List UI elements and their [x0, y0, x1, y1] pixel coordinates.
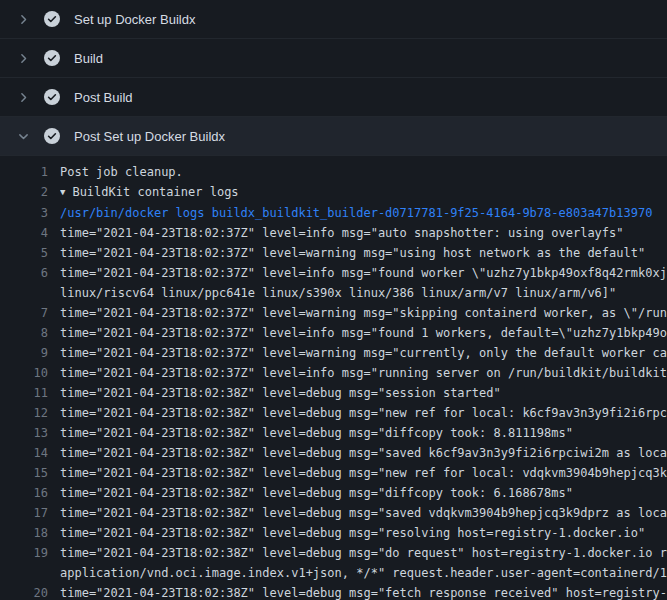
line-text: time="2021-04-23T18:02:37Z" level=info m…: [60, 263, 667, 283]
line-number[interactable]: 11: [0, 383, 48, 403]
actions-log-panel: Set up Docker Buildx Build P: [0, 0, 667, 600]
line-text: time="2021-04-23T18:02:38Z" level=debug …: [60, 483, 667, 503]
line-number[interactable]: 17: [0, 503, 48, 523]
step-header-1[interactable]: Build: [0, 39, 667, 78]
log-line: 5 time="2021-04-23T18:02:37Z" level=warn…: [0, 243, 667, 263]
log-group-caret-icon[interactable]: ▼: [60, 182, 65, 202]
line-number[interactable]: 2: [0, 182, 48, 203]
line-text: time="2021-04-23T18:02:38Z" level=debug …: [60, 503, 667, 523]
line-number[interactable]: 10: [0, 363, 48, 383]
step-header-2[interactable]: Post Build: [0, 78, 667, 117]
line-text: time="2021-04-23T18:02:37Z" level=warnin…: [60, 343, 667, 363]
step-title: Set up Docker Buildx: [74, 12, 195, 27]
log-line: 6 time="2021-04-23T18:02:37Z" level=info…: [0, 263, 667, 283]
line-number[interactable]: 1: [0, 162, 48, 182]
step-list: Set up Docker Buildx Build P: [0, 0, 667, 156]
line-number[interactable]: 6: [0, 263, 48, 283]
line-number[interactable]: 8: [0, 323, 48, 343]
check-circle-icon: [44, 128, 60, 144]
log-line: 13 time="2021-04-23T18:02:38Z" level=deb…: [0, 423, 667, 443]
line-text: time="2021-04-23T18:02:38Z" level=debug …: [60, 403, 667, 423]
line-number[interactable]: [0, 563, 48, 583]
line-text: time="2021-04-23T18:02:38Z" level=debug …: [60, 463, 667, 483]
log-line: 20 time="2021-04-23T18:02:38Z" level=deb…: [0, 583, 667, 600]
line-text: time="2021-04-23T18:02:38Z" level=debug …: [60, 523, 667, 543]
check-circle-icon: [44, 89, 60, 105]
line-text: time="2021-04-23T18:02:37Z" level=info m…: [60, 363, 667, 383]
log-line: 15 time="2021-04-23T18:02:38Z" level=deb…: [0, 463, 667, 483]
log-line: 12 time="2021-04-23T18:02:38Z" level=deb…: [0, 403, 667, 423]
line-number[interactable]: 20: [0, 583, 48, 600]
line-number[interactable]: 12: [0, 403, 48, 423]
step-title: Build: [74, 51, 103, 66]
line-text: ▼BuildKit container logs: [60, 182, 667, 203]
log-line: 14 time="2021-04-23T18:02:38Z" level=deb…: [0, 443, 667, 463]
log-line: 1 Post job cleanup.: [0, 162, 667, 182]
log-line: 3 /usr/bin/docker logs buildx_buildkit_b…: [0, 203, 667, 223]
chevron-icon[interactable]: [16, 51, 30, 65]
line-number[interactable]: 14: [0, 443, 48, 463]
chevron-icon[interactable]: [16, 90, 30, 104]
log-line: 7 time="2021-04-23T18:02:37Z" level=warn…: [0, 303, 667, 323]
chevron-icon[interactable]: [16, 129, 30, 143]
line-number[interactable]: 16: [0, 483, 48, 503]
line-text: time="2021-04-23T18:02:38Z" level=debug …: [60, 423, 667, 443]
step-log-output: 1 Post job cleanup. 2 ▼BuildKit containe…: [0, 156, 667, 600]
log-line: 17 time="2021-04-23T18:02:38Z" level=deb…: [0, 503, 667, 523]
log-line: application/vnd.oci.image.index.v1+json,…: [0, 563, 667, 583]
line-number[interactable]: 9: [0, 343, 48, 363]
line-text: linux/riscv64 linux/ppc641e linux/s390x …: [60, 283, 667, 303]
log-line: 4 time="2021-04-23T18:02:37Z" level=info…: [0, 223, 667, 243]
log-line: 2 ▼BuildKit container logs: [0, 182, 667, 203]
line-number[interactable]: 19: [0, 543, 48, 563]
line-text: time="2021-04-23T18:02:37Z" level=warnin…: [60, 303, 667, 323]
line-number[interactable]: 15: [0, 463, 48, 483]
line-number[interactable]: 7: [0, 303, 48, 323]
log-line: 8 time="2021-04-23T18:02:37Z" level=info…: [0, 323, 667, 343]
line-text: time="2021-04-23T18:02:38Z" level=debug …: [60, 443, 667, 463]
log-line: 16 time="2021-04-23T18:02:38Z" level=deb…: [0, 483, 667, 503]
line-text: time="2021-04-23T18:02:37Z" level=info m…: [60, 223, 667, 243]
log-line: 18 time="2021-04-23T18:02:38Z" level=deb…: [0, 523, 667, 543]
line-text: Post job cleanup.: [60, 162, 667, 182]
log-line: 19 time="2021-04-23T18:02:38Z" level=deb…: [0, 543, 667, 563]
line-number[interactable]: 18: [0, 523, 48, 543]
check-circle-icon: [44, 50, 60, 66]
step-title: Post Build: [74, 90, 133, 105]
line-number[interactable]: 13: [0, 423, 48, 443]
log-line: 10 time="2021-04-23T18:02:37Z" level=inf…: [0, 363, 667, 383]
line-number[interactable]: 3: [0, 203, 48, 223]
check-circle-icon: [44, 11, 60, 27]
line-number[interactable]: [0, 283, 48, 303]
log-line: linux/riscv64 linux/ppc641e linux/s390x …: [0, 283, 667, 303]
line-text: time="2021-04-23T18:02:37Z" level=info m…: [60, 323, 667, 343]
log-line: 11 time="2021-04-23T18:02:38Z" level=deb…: [0, 383, 667, 403]
log-line: 9 time="2021-04-23T18:02:37Z" level=warn…: [0, 343, 667, 363]
log-group-title[interactable]: BuildKit container logs: [72, 185, 238, 199]
step-header-3[interactable]: Post Set up Docker Buildx: [0, 117, 667, 156]
line-text: time="2021-04-23T18:02:37Z" level=warnin…: [60, 243, 667, 263]
command-link[interactable]: /usr/bin/docker logs buildx_buildkit_bui…: [60, 203, 667, 223]
step-title: Post Set up Docker Buildx: [74, 129, 225, 144]
line-text: time="2021-04-23T18:02:38Z" level=debug …: [60, 543, 667, 563]
line-text: time="2021-04-23T18:02:38Z" level=debug …: [60, 383, 667, 403]
step-header-0[interactable]: Set up Docker Buildx: [0, 0, 667, 39]
line-number[interactable]: 5: [0, 243, 48, 263]
line-text: time="2021-04-23T18:02:38Z" level=debug …: [60, 583, 667, 600]
line-text: application/vnd.oci.image.index.v1+json,…: [60, 563, 667, 583]
chevron-icon[interactable]: [16, 12, 30, 26]
line-number[interactable]: 4: [0, 223, 48, 243]
